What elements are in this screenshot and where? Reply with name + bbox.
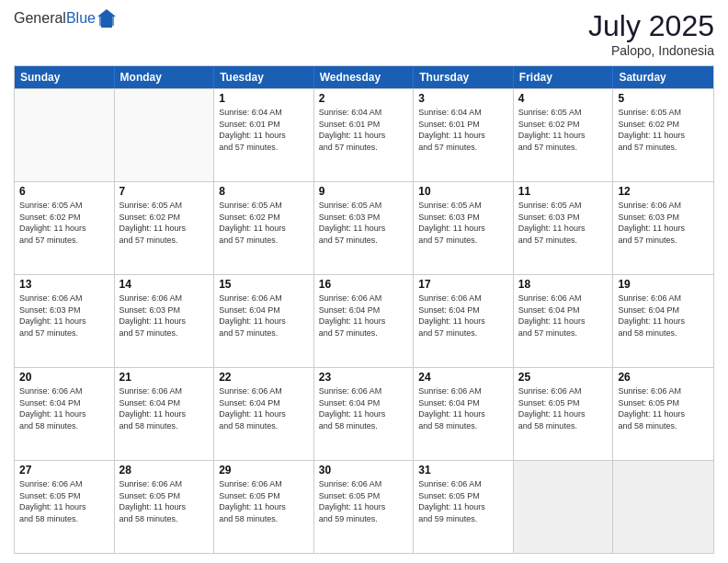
- cell-info-line: Sunset: 6:04 PM: [219, 397, 309, 409]
- cell-info-line: and 58 minutes.: [219, 513, 309, 525]
- day-number: 11: [518, 185, 609, 198]
- logo-blue-text: Blue: [66, 10, 96, 26]
- cell-info-line: Sunset: 6:02 PM: [518, 119, 609, 131]
- cell-info-line: and 58 minutes.: [518, 420, 609, 432]
- calendar-header-cell: Thursday: [414, 66, 514, 88]
- cell-info-line: Daylight: 11 hours: [219, 501, 309, 513]
- cell-info-line: Sunrise: 6:05 AM: [319, 200, 409, 212]
- calendar-body: 1Sunrise: 6:04 AMSunset: 6:01 PMDaylight…: [15, 88, 713, 553]
- cell-info-line: Daylight: 11 hours: [618, 316, 709, 327]
- cell-info-line: and 58 minutes.: [219, 420, 309, 432]
- day-number: 25: [518, 371, 609, 384]
- day-number: 10: [418, 185, 508, 198]
- calendar-header-cell: Sunday: [15, 66, 115, 88]
- cell-info-line: Daylight: 11 hours: [518, 316, 609, 327]
- day-number: 5: [618, 92, 709, 105]
- cell-info-line: Daylight: 11 hours: [319, 501, 409, 513]
- cell-info-line: Sunset: 6:03 PM: [418, 212, 508, 224]
- day-number: 31: [418, 464, 508, 477]
- calendar-cell: 4Sunrise: 6:05 AMSunset: 6:02 PMDaylight…: [514, 89, 614, 181]
- day-number: 28: [119, 464, 210, 477]
- day-number: 7: [119, 185, 210, 198]
- cell-info-line: and 58 minutes.: [19, 513, 109, 525]
- cell-info-line: and 57 minutes.: [518, 327, 609, 339]
- cell-info-line: Sunset: 6:03 PM: [518, 212, 609, 224]
- cell-info-line: Sunset: 6:04 PM: [418, 304, 508, 316]
- calendar-cell: 5Sunrise: 6:05 AMSunset: 6:02 PMDaylight…: [613, 89, 713, 181]
- cell-info-line: Daylight: 11 hours: [19, 316, 109, 327]
- location-subtitle: Palopo, Indonesia: [588, 43, 714, 58]
- cell-info-line: and 57 minutes.: [219, 327, 309, 339]
- cell-info-line: Sunrise: 6:06 AM: [119, 478, 210, 490]
- cell-info-line: Sunrise: 6:04 AM: [319, 107, 409, 119]
- cell-info-line: Daylight: 11 hours: [19, 408, 109, 420]
- cell-info-line: Sunrise: 6:05 AM: [19, 200, 109, 212]
- cell-info-line: Daylight: 11 hours: [119, 501, 210, 513]
- cell-info-line: Sunrise: 6:06 AM: [618, 293, 709, 304]
- cell-info-line: Sunset: 6:04 PM: [319, 304, 409, 316]
- calendar-cell: 13Sunrise: 6:06 AMSunset: 6:03 PMDayligh…: [15, 275, 115, 367]
- cell-info-line: and 57 minutes.: [418, 327, 508, 339]
- calendar-header-cell: Monday: [115, 66, 215, 88]
- cell-info-line: Sunset: 6:04 PM: [319, 397, 409, 409]
- cell-info-line: Daylight: 11 hours: [518, 130, 609, 142]
- cell-info-line: and 57 minutes.: [219, 142, 309, 154]
- cell-info-line: and 58 minutes.: [418, 420, 508, 432]
- cell-info-line: and 57 minutes.: [418, 235, 508, 247]
- logo: GeneralBlue: [14, 9, 116, 28]
- cell-info-line: and 57 minutes.: [319, 235, 409, 247]
- calendar-header-cell: Friday: [514, 66, 614, 88]
- cell-info-line: Daylight: 11 hours: [618, 408, 709, 420]
- page: GeneralBlue July 2025 Palopo, Indonesia …: [0, 0, 728, 563]
- logo-general-text: General: [14, 10, 66, 26]
- cell-info-line: and 58 minutes.: [618, 327, 709, 339]
- cell-info-line: and 57 minutes.: [19, 235, 109, 247]
- cell-info-line: Sunrise: 6:06 AM: [119, 293, 210, 304]
- cell-info-line: Sunrise: 6:04 AM: [418, 107, 508, 119]
- calendar-cell: 30Sunrise: 6:06 AMSunset: 6:05 PMDayligh…: [314, 461, 415, 553]
- cell-info-line: Sunset: 6:03 PM: [119, 304, 210, 316]
- cell-info-line: and 58 minutes.: [319, 420, 409, 432]
- cell-info-line: Sunset: 6:05 PM: [518, 397, 609, 409]
- day-number: 2: [319, 92, 409, 105]
- cell-info-line: Daylight: 11 hours: [119, 316, 210, 327]
- cell-info-line: Sunrise: 6:06 AM: [418, 293, 508, 304]
- day-number: 19: [618, 278, 709, 291]
- calendar-cell: 26Sunrise: 6:06 AMSunset: 6:05 PMDayligh…: [613, 368, 713, 460]
- cell-info-line: and 57 minutes.: [219, 235, 309, 247]
- header: GeneralBlue July 2025 Palopo, Indonesia: [14, 9, 714, 58]
- day-number: 30: [319, 464, 409, 477]
- cell-info-line: Sunset: 6:02 PM: [19, 212, 109, 224]
- calendar-cell: 15Sunrise: 6:06 AMSunset: 6:04 PMDayligh…: [214, 275, 314, 367]
- cell-info-line: Daylight: 11 hours: [219, 316, 309, 327]
- cell-info-line: Sunset: 6:04 PM: [19, 397, 109, 409]
- day-number: 24: [418, 371, 508, 384]
- cell-info-line: Daylight: 11 hours: [19, 501, 109, 513]
- calendar-cell: 25Sunrise: 6:06 AMSunset: 6:05 PMDayligh…: [514, 368, 614, 460]
- cell-info-line: Daylight: 11 hours: [219, 408, 309, 420]
- cell-info-line: Sunrise: 6:06 AM: [319, 293, 409, 304]
- cell-info-line: Sunrise: 6:05 AM: [119, 200, 210, 212]
- cell-info-line: Daylight: 11 hours: [19, 223, 109, 235]
- calendar-header-row: SundayMondayTuesdayWednesdayThursdayFrid…: [15, 66, 713, 88]
- calendar-header-cell: Wednesday: [314, 66, 415, 88]
- calendar-cell: 28Sunrise: 6:06 AMSunset: 6:05 PMDayligh…: [115, 461, 215, 553]
- day-number: 20: [19, 371, 109, 384]
- cell-info-line: Sunrise: 6:05 AM: [518, 200, 609, 212]
- cell-info-line: Sunset: 6:04 PM: [618, 304, 709, 316]
- cell-info-line: Daylight: 11 hours: [418, 501, 508, 513]
- cell-info-line: Sunset: 6:04 PM: [418, 397, 508, 409]
- cell-info-line: Sunset: 6:03 PM: [618, 212, 709, 224]
- calendar-cell: 9Sunrise: 6:05 AMSunset: 6:03 PMDaylight…: [314, 182, 415, 274]
- cell-info-line: and 58 minutes.: [119, 420, 210, 432]
- cell-info-line: Sunset: 6:05 PM: [319, 490, 409, 502]
- day-number: 29: [219, 464, 309, 477]
- calendar-cell: 29Sunrise: 6:06 AMSunset: 6:05 PMDayligh…: [214, 461, 314, 553]
- cell-info-line: and 58 minutes.: [618, 420, 709, 432]
- cell-info-line: Sunrise: 6:06 AM: [219, 478, 309, 490]
- calendar-cell: 20Sunrise: 6:06 AMSunset: 6:04 PMDayligh…: [15, 368, 115, 460]
- cell-info-line: and 59 minutes.: [418, 513, 508, 525]
- cell-info-line: Sunset: 6:02 PM: [219, 212, 309, 224]
- cell-info-line: Sunset: 6:05 PM: [19, 490, 109, 502]
- cell-info-line: Daylight: 11 hours: [518, 223, 609, 235]
